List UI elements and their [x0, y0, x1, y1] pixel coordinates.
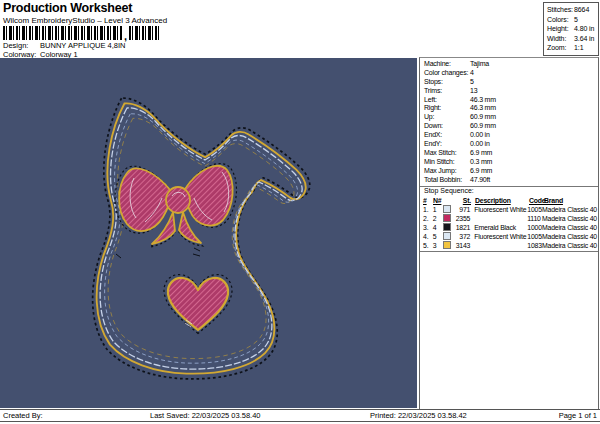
barcode: ,	[3, 26, 161, 40]
stop-stitches: 2355	[453, 214, 470, 223]
thread-swatch-cell	[443, 232, 454, 241]
stop-needle: 5	[433, 232, 443, 241]
design-row: Design: BUNNY APPLIQUE 4,8IN	[3, 41, 125, 50]
stat-row: Zoom:1:1	[547, 43, 598, 53]
info-row: Color changes:4	[424, 69, 596, 78]
stat-label: Stitches:	[547, 5, 574, 15]
tack-stitches	[116, 248, 200, 258]
stat-value: 4.80 in	[574, 25, 594, 32]
stop-code: 1005	[527, 205, 542, 214]
stat-value: 3.64 in	[574, 35, 594, 42]
info-row: Total Bobbin:47.90ft	[424, 176, 596, 185]
stop-row: 1. 1 971 Fluorescent White 1005 Madeira …	[423, 205, 597, 214]
created-by-label: Created By:	[3, 411, 43, 420]
info-value: 6.9 mm	[470, 149, 492, 156]
stop-brand: Madeira Classic 40	[542, 241, 597, 250]
page-number: Page 1 of 1	[559, 411, 597, 420]
info-value: 5	[470, 78, 474, 85]
info-row: Max Jump:6.9 mm	[424, 167, 596, 176]
stop-row: 4. 5 372 Fluorescent White 1005 Madeira …	[423, 232, 597, 241]
info-label: Total Bobbin:	[424, 176, 470, 185]
design-label: Design:	[3, 41, 38, 50]
thread-swatch-cell	[443, 205, 454, 214]
barcode-segment-2-icon	[129, 26, 161, 40]
col-code: Code	[529, 196, 544, 205]
col-seq: #	[423, 196, 433, 205]
info-label: Min Stitch:	[424, 158, 470, 167]
stop-table-header: # N# St. Description Code Brand	[423, 196, 597, 205]
thread-color-swatch	[443, 205, 451, 213]
stop-seq: 2.	[423, 214, 433, 223]
info-label: Right:	[424, 104, 470, 113]
footer-divider-top	[0, 409, 600, 410]
info-row: Up:60.9 mm	[424, 113, 596, 122]
info-label: Max Stitch:	[424, 149, 470, 158]
stat-label: Height:	[547, 24, 574, 34]
info-row: Left:46.3 mm	[424, 96, 596, 105]
stat-row: Colors:5	[547, 15, 598, 25]
thread-color-swatch	[443, 223, 451, 231]
app-subtitle: Wilcom EmbroideryStudio – Level 3 Advanc…	[3, 16, 167, 25]
col-swatch	[443, 196, 454, 205]
last-saved-label: Last Saved: 22/03/2025 03.58.40	[150, 411, 261, 420]
design-canvas	[0, 58, 417, 408]
info-value: 4	[470, 69, 474, 76]
thread-color-swatch	[443, 232, 451, 240]
info-value: Tajima	[470, 60, 489, 67]
printed-label: Printed: 22/03/2025 03.58.42	[370, 411, 467, 420]
stop-brand: Madeira Classic 40	[542, 223, 597, 232]
info-row: Min Stitch:0.3 mm	[424, 158, 596, 167]
info-row: Max Stitch:6.9 mm	[424, 149, 596, 158]
stop-stitches: 971	[453, 205, 470, 214]
stat-label: Zoom:	[547, 43, 574, 53]
stat-value: 1:1	[574, 44, 583, 51]
thread-swatch-cell	[443, 241, 454, 250]
stop-description: Fluorescent White	[474, 205, 527, 214]
stat-row: Height:4.80 in	[547, 24, 598, 34]
thread-swatch-cell	[443, 223, 454, 232]
design-name: BUNNY APPLIQUE 4,8IN	[40, 41, 125, 50]
info-label: Up:	[424, 113, 470, 122]
stop-brand: Madeira Classic 40	[542, 205, 597, 214]
stat-label: Colors:	[547, 15, 574, 25]
info-row: Trims:13	[424, 87, 596, 96]
col-needle: N#	[433, 196, 443, 205]
stop-code: 1005	[527, 232, 542, 241]
stop-row: 5. 3 3143 1083 Madeira Classic 40	[423, 241, 597, 250]
stop-row: 2. 2 2355 1110 Madeira Classic 40	[423, 214, 597, 223]
info-row: EndX:0.00 in	[424, 131, 596, 140]
thread-swatch-cell	[443, 214, 454, 223]
stop-seq: 1.	[423, 205, 433, 214]
stop-needle: 2	[433, 214, 443, 223]
design-stats-box: Stitches:8664 Colors:5 Height:4.80 in Wi…	[543, 2, 599, 56]
info-value: 60.9 mm	[470, 113, 496, 120]
col-description: Description	[475, 196, 529, 205]
machine-info-list: Machine:Tajima Color changes:4 Stops:5 T…	[424, 60, 596, 184]
stop-brand: Madeira Classic 40	[542, 232, 597, 241]
info-label: Max Jump:	[424, 167, 470, 176]
info-value: 60.9 mm	[470, 122, 496, 129]
stop-code: 1000	[527, 223, 542, 232]
bunny-design	[0, 58, 417, 408]
stop-row: 3. 4 1821 Emerald Black 1000 Madeira Cla…	[423, 223, 597, 232]
stop-description	[474, 214, 527, 223]
stop-sequence-title: Stop Sequence:	[424, 187, 474, 194]
info-value: 0.3 mm	[470, 158, 492, 165]
stop-seq: 4.	[423, 232, 433, 241]
stop-seq: 5.	[423, 241, 433, 250]
info-value: 13	[470, 87, 477, 94]
stop-code: 1083	[527, 241, 542, 250]
info-row: Stops:5	[424, 78, 596, 87]
info-value: 46.3 mm	[470, 96, 496, 103]
stop-needle: 4	[433, 223, 443, 232]
info-row: EndY:0.00 in	[424, 140, 596, 149]
production-worksheet-page: Production Worksheet Wilcom EmbroiderySt…	[0, 0, 600, 424]
stop-description: Emerald Black	[474, 223, 527, 232]
thread-color-swatch	[443, 241, 451, 249]
info-value: 6.9 mm	[470, 167, 492, 174]
info-row: Machine:Tajima	[424, 60, 596, 69]
stop-needle: 1	[433, 205, 443, 214]
stop-brand: Madeira Classic 40	[542, 214, 597, 223]
page-title: Production Worksheet	[3, 1, 132, 15]
stop-stitches: 3143	[453, 241, 470, 250]
